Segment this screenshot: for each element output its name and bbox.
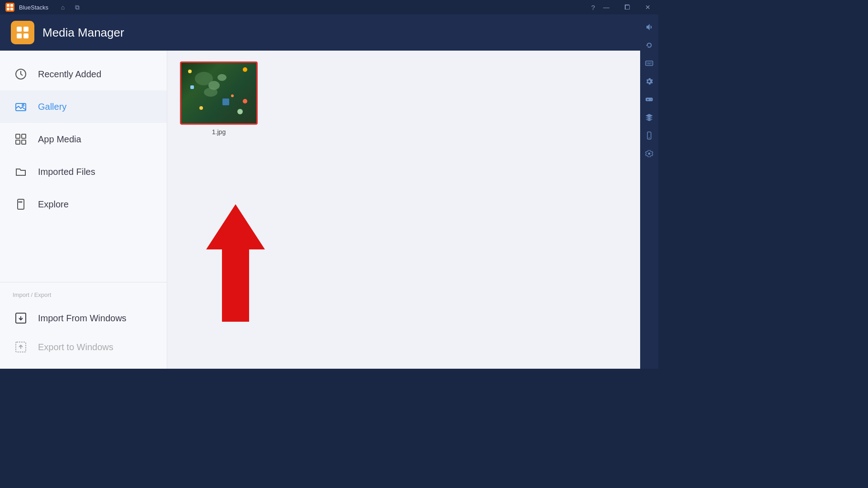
settings2-icon[interactable] — [641, 145, 657, 162]
sidebar-item-gallery[interactable]: Gallery — [0, 90, 167, 123]
svg-rect-9 — [646, 64, 647, 65]
explore-label: Explore — [38, 199, 69, 210]
media-thumbnail — [180, 61, 258, 125]
restore-button[interactable]: ⧠ — [617, 0, 637, 14]
right-panel — [640, 14, 658, 369]
svg-rect-4 — [646, 61, 653, 66]
svg-rect-2 — [7, 8, 9, 10]
sidebar: Recently Added Gallery — [0, 51, 167, 369]
svg-point-14 — [648, 153, 651, 155]
app-media-label: App Media — [38, 134, 81, 145]
gallery-label: Gallery — [38, 102, 66, 112]
svg-rect-6 — [648, 62, 649, 63]
svg-rect-0 — [7, 4, 9, 7]
media-item[interactable]: 1.jpg — [178, 61, 259, 136]
svg-rect-25 — [22, 140, 26, 144]
thumbnail-image — [181, 63, 256, 123]
app-logo — [5, 3, 14, 12]
body: Recently Added Gallery — [0, 51, 640, 369]
phone-icon[interactable] — [641, 127, 657, 144]
sidebar-item-imported-files[interactable]: Imported Files — [0, 155, 167, 188]
decoration — [237, 109, 243, 114]
arrow-annotation — [206, 204, 265, 322]
svg-rect-8 — [651, 62, 652, 63]
volume-icon[interactable] — [641, 19, 657, 35]
clock-icon — [13, 66, 29, 82]
import-icon — [13, 310, 29, 326]
media-grid: 1.jpg — [178, 61, 629, 136]
page-title: Media Manager — [42, 26, 124, 40]
header-icon — [11, 21, 34, 44]
sidebar-item-explore[interactable]: Explore — [0, 188, 167, 221]
svg-rect-26 — [18, 199, 24, 209]
rotate-icon[interactable] — [641, 37, 657, 53]
gamepad-icon[interactable] — [641, 91, 657, 108]
decoration — [190, 85, 194, 89]
svg-rect-3 — [10, 8, 13, 10]
svg-rect-17 — [17, 33, 22, 38]
folder-icon — [13, 164, 29, 180]
svg-rect-11 — [651, 64, 652, 65]
layers-icon[interactable] — [641, 109, 657, 126]
decoration — [231, 94, 234, 97]
svg-rect-15 — [17, 27, 22, 32]
import-from-windows-button[interactable]: Import From Windows — [13, 304, 154, 333]
decoration — [199, 106, 203, 110]
svg-rect-22 — [16, 134, 20, 138]
titlebar-app-name: BlueStacks — [19, 4, 48, 11]
svg-rect-7 — [650, 62, 651, 63]
recently-added-label: Recently Added — [38, 69, 101, 80]
minimize-button[interactable]: — — [596, 0, 617, 14]
home-nav-button[interactable]: ⌂ — [57, 2, 68, 13]
svg-rect-10 — [648, 64, 651, 65]
export-to-windows-button[interactable]: Export to Windows — [13, 333, 154, 361]
settings-icon[interactable] — [641, 73, 657, 89]
svg-rect-16 — [24, 27, 28, 32]
sidebar-footer: Import / Export Import From Windows — [0, 282, 167, 369]
sidebar-item-recently-added[interactable]: Recently Added — [0, 58, 167, 90]
sidebar-item-app-media[interactable]: App Media — [0, 123, 167, 155]
sidebar-nav: Recently Added Gallery — [0, 51, 167, 282]
export-to-windows-label: Export to Windows — [38, 342, 113, 352]
imported-files-label: Imported Files — [38, 167, 95, 177]
keyboard-icon[interactable] — [641, 55, 657, 71]
gallery-icon — [13, 99, 29, 115]
window-controls: ? — ⧠ ✕ — [596, 0, 658, 14]
svg-rect-1 — [10, 4, 13, 7]
svg-rect-5 — [646, 62, 647, 63]
svg-rect-18 — [24, 33, 28, 38]
close-button[interactable]: ✕ — [637, 0, 658, 14]
decoration — [243, 67, 247, 72]
import-from-windows-label: Import From Windows — [38, 313, 127, 324]
svg-marker-32 — [206, 204, 265, 322]
svg-rect-23 — [22, 134, 26, 138]
sd-card-icon — [13, 196, 29, 212]
multi-nav-button[interactable]: ⧉ — [72, 2, 83, 13]
titlebar: BlueStacks ⌂ ⧉ ? — ⧠ ✕ — [0, 0, 658, 14]
svg-point-13 — [649, 137, 650, 138]
import-export-label: Import / Export — [13, 291, 154, 298]
help-button[interactable]: ? — [591, 0, 595, 14]
header: Media Manager — [0, 14, 640, 51]
grid-icon — [13, 131, 29, 147]
svg-rect-24 — [16, 140, 20, 144]
svg-point-21 — [22, 104, 24, 106]
export-icon — [13, 339, 29, 355]
app-area: Media Manager Recently Added — [0, 14, 640, 369]
media-filename: 1.jpg — [212, 128, 226, 136]
content-area: 1.jpg — [167, 51, 640, 369]
titlebar-nav: ⌂ ⧉ — [57, 2, 83, 13]
